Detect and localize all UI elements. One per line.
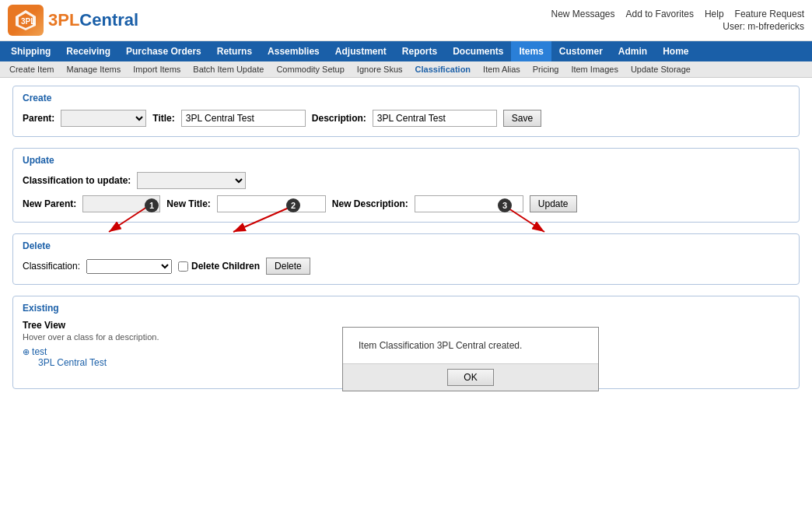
top-bar: 3PL 3PLCentral New Messages Add to Favor… [0,0,812,41]
title-label: Title: [152,113,174,124]
subnav-import-items[interactable]: Import Items [127,61,187,77]
user-label: User: [723,21,745,32]
delete-classification-select[interactable] [86,259,172,274]
nav-home[interactable]: Home [655,41,696,61]
delete-children-label-text: Delete Children [191,261,260,272]
update-section: Update Classification to update: New Par… [12,148,800,223]
update-classification-row: Classification to update: [23,172,789,189]
logo-text: 3PLCentral [48,10,138,30]
logo-3pl: 3PL [48,10,79,30]
dialog: Item Classification 3PL Central created.… [342,327,599,391]
update-section-title: Update [23,155,789,166]
save-button[interactable]: Save [503,110,541,127]
feature-request-link[interactable]: Feature Request [735,9,804,19]
nav-shipping[interactable]: Shipping [3,41,58,61]
nav-reports[interactable]: Reports [394,41,445,61]
delete-form-row: Classification: Delete Children Delete [23,258,789,275]
new-parent-label: New Parent: [23,198,76,209]
delete-button[interactable]: Delete [266,258,310,275]
parent-label: Parent: [23,113,54,124]
help-link[interactable]: Help [705,9,724,19]
subnav-pricing[interactable]: Pricing [527,61,565,77]
nav-assemblies[interactable]: Assemblies [260,41,327,61]
nav-purchase-orders[interactable]: Purchase Orders [118,41,209,61]
logo-area: 3PL 3PLCentral [8,5,138,36]
delete-section-title: Delete [23,240,789,251]
subnav-commodity-setup[interactable]: Commodity Setup [270,61,350,77]
new-title-label: New Title: [166,198,210,209]
update-button[interactable]: Update [530,195,577,212]
parent-select[interactable] [61,110,146,127]
description-input[interactable] [373,110,497,127]
create-section: Create Parent: Title: Description: Save [12,86,800,137]
subnav-item-alias[interactable]: Item Alias [477,61,527,77]
new-description-label: New Description: [332,198,408,209]
subnav-create-item[interactable]: Create Item [3,61,60,77]
update-fields-row: New Parent: New Title: New Description: … [23,195,789,212]
subnav-item-images[interactable]: Item Images [565,61,625,77]
subnav-update-storage[interactable]: Update Storage [625,61,697,77]
nav-returns[interactable]: Returns [209,41,260,61]
delete-children-checkbox[interactable] [178,261,188,272]
logo-central: Central [79,10,138,30]
sub-nav: Create Item Manage Items Import Items Ba… [0,61,812,78]
nav-receiving[interactable]: Receiving [58,41,118,61]
ok-button[interactable]: OK [447,369,493,386]
logo-icon: 3PL [8,5,44,36]
nav-documents[interactable]: Documents [445,41,511,61]
classification-to-update-select[interactable] [137,172,246,189]
main-nav: Shipping Receiving Purchase Orders Retur… [0,41,812,61]
content-area: Create Parent: Title: Description: Save … [0,78,812,408]
username-value: m-bfredericks [747,21,804,32]
new-description-input[interactable] [415,195,523,212]
title-input[interactable] [181,110,306,127]
delete-classification-label: Classification: [23,261,80,272]
create-section-title: Create [23,93,789,103]
top-right-area: New Messages Add to Favorites Help Featu… [551,9,804,32]
subnav-classification[interactable]: Classification [409,61,478,77]
add-to-favorites-link[interactable]: Add to Favorites [626,9,694,19]
nav-items[interactable]: Items [511,41,551,61]
nav-adjustment[interactable]: Adjustment [327,41,394,61]
dialog-message: Item Classification 3PL Central created. [343,328,598,364]
nav-customer[interactable]: Customer [551,41,611,61]
existing-section-title: Existing [23,303,789,314]
top-links: New Messages Add to Favorites Help Featu… [551,9,804,19]
subnav-ignore-skus[interactable]: Ignore Skus [351,61,409,77]
nav-admin[interactable]: Admin [611,41,655,61]
dialog-footer: OK [343,364,598,391]
new-title-input[interactable] [217,195,326,212]
svg-text:3PL: 3PL [21,17,35,26]
create-form-row: Parent: Title: Description: Save [23,110,789,127]
description-label: Description: [312,113,366,124]
subnav-batch-item-update[interactable]: Batch Item Update [187,61,270,77]
classification-to-update-label: Classification to update: [23,175,131,186]
user-info: User: m-bfredericks [723,21,804,32]
subnav-manage-items[interactable]: Manage Items [60,61,127,77]
new-parent-select[interactable] [82,195,160,212]
delete-children-checkbox-label: Delete Children [178,261,260,272]
new-messages-link[interactable]: New Messages [551,9,615,19]
delete-section: Delete Classification: Delete Children D… [12,233,800,285]
